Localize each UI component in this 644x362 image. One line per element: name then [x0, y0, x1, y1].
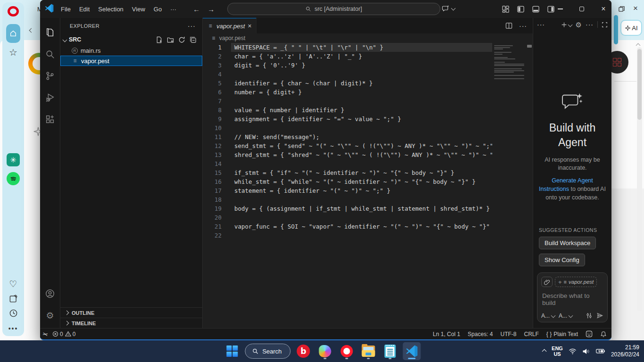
problems-indicator[interactable]: 0 0: [52, 331, 75, 337]
account-icon[interactable]: [40, 283, 60, 304]
command-center-search[interactable]: src [Administrator]: [227, 3, 440, 15]
opera-restore-button[interactable]: [617, 4, 626, 13]
attach-context-button[interactable]: [541, 277, 553, 287]
configure-chat-icon[interactable]: ⚙: [576, 21, 582, 28]
opera-app-icon[interactable]: [338, 342, 356, 360]
customize-layout-icon[interactable]: [502, 6, 509, 13]
notifications-bell-icon[interactable]: [600, 331, 607, 337]
clock[interactable]: 21:59 2026/02/24: [611, 344, 639, 358]
chatgpt-icon[interactable]: ✳: [2, 153, 24, 166]
minimap[interactable]: [492, 43, 526, 328]
maximize-button[interactable]: [571, 0, 593, 18]
pinboard-icon[interactable]: [2, 294, 24, 303]
opera-back-button[interactable]: [30, 25, 33, 34]
send-icon[interactable]: [596, 312, 603, 319]
star-icon[interactable]: ☆: [2, 47, 24, 58]
model-dropdown[interactable]: A...: [559, 313, 572, 319]
copilot-app-icon[interactable]: [316, 342, 334, 360]
panel-title-more-icon[interactable]: ···: [537, 21, 545, 28]
opera-close-button[interactable]: ×: [631, 4, 640, 13]
breadcrumb[interactable]: ≡ vapor.pest: [203, 33, 533, 43]
minimize-button[interactable]: [549, 0, 571, 18]
remote-indicator[interactable]: ><: [43, 331, 47, 337]
agent-mode-dropdown[interactable]: A...: [541, 313, 555, 319]
home-icon[interactable]: [2, 24, 24, 43]
feedback-smiley-icon[interactable]: [586, 330, 593, 337]
eol-sequence[interactable]: CRLF: [524, 331, 538, 337]
taskbar-search[interactable]: Search: [245, 344, 290, 359]
chat-input-placeholder[interactable]: Describe what to build: [542, 292, 603, 306]
heart-icon[interactable]: ♡: [2, 279, 24, 289]
notepad-app-icon[interactable]: [381, 342, 399, 360]
tab-close-icon[interactable]: ×: [248, 22, 252, 30]
chat-input-box[interactable]: + ≡ vapor.pest Describe what to build A.…: [537, 272, 608, 322]
menu-selection[interactable]: Selection: [94, 3, 127, 15]
indentation[interactable]: Spaces: 4: [468, 331, 493, 337]
menu-file[interactable]: File: [57, 3, 75, 15]
search-icon: [305, 6, 311, 12]
outline-section-header[interactable]: OUTLINE: [60, 307, 202, 318]
overview-ruler[interactable]: [526, 43, 533, 328]
refresh-icon[interactable]: [178, 36, 185, 43]
file-explorer-app-icon[interactable]: [360, 342, 378, 360]
chat-more-icon[interactable]: ···: [586, 21, 594, 28]
cursor-position[interactable]: Ln 1, Col 1: [433, 331, 460, 337]
wifi-icon[interactable]: [569, 348, 577, 355]
nav-back-arrow[interactable]: ←: [193, 5, 200, 13]
encoding[interactable]: UTF-8: [500, 331, 516, 337]
extensions-icon[interactable]: [40, 108, 60, 130]
code-area[interactable]: 1WHITESPACE = _{ " " | "\t" | "\r" | "\n…: [203, 43, 533, 328]
search-sidebar-icon[interactable]: [40, 43, 60, 65]
editor-more-icon[interactable]: ···: [519, 22, 527, 30]
aria-ai-button[interactable]: AI: [620, 20, 642, 36]
build-workspace-button[interactable]: Build Workspace: [539, 237, 596, 249]
tab-vapor-pest[interactable]: ≡ vapor.pest ×: [203, 18, 256, 33]
maximize-panel-icon[interactable]: [602, 22, 608, 28]
copilot-chat-button[interactable]: [442, 4, 455, 12]
close-button[interactable]: ×: [593, 0, 611, 18]
show-config-button[interactable]: Show Config: [539, 254, 585, 266]
menu-go[interactable]: Go: [149, 3, 166, 15]
menu-view[interactable]: View: [128, 3, 149, 15]
timeline-section-header[interactable]: TIMELINE: [60, 318, 202, 328]
vscode-app-icon[interactable]: [403, 342, 421, 360]
volume-icon[interactable]: [582, 348, 590, 355]
start-button[interactable]: [223, 342, 241, 360]
history-clock-icon[interactable]: [2, 309, 24, 318]
code-line: 3digit = { '0'..'9' }: [203, 61, 533, 70]
new-folder-icon[interactable]: [167, 36, 174, 43]
toggle-primary-sidebar-icon[interactable]: [517, 6, 524, 13]
file-row-main-rs[interactable]: R main.rs: [60, 45, 202, 56]
opera-logo-icon[interactable]: [2, 6, 24, 16]
explorer-icon[interactable]: [40, 22, 60, 43]
new-file-icon[interactable]: [156, 36, 163, 43]
explorer-more-icon[interactable]: ···: [188, 22, 196, 30]
code-line: 21vapor_func = { SOI ~ "vapor" ~ identif…: [203, 222, 533, 231]
language-indicator[interactable]: ENG US: [552, 346, 563, 357]
opera-scrollbar-thumb[interactable]: [637, 49, 642, 120]
language-mode[interactable]: { } Plain Text: [546, 331, 578, 337]
menu-edit[interactable]: Edit: [75, 3, 94, 15]
tray-expand-icon[interactable]: [542, 349, 547, 354]
status-bar: >< 0 0 Ln 1, Col 1 Spaces: 4 UTF-8 CRLF: [40, 328, 611, 339]
context-file-chip[interactable]: + ≡ vapor.pest: [555, 277, 597, 287]
folder-row-src[interactable]: SRC: [60, 34, 202, 45]
tools-icon[interactable]: [586, 312, 593, 319]
source-control-icon[interactable]: [40, 65, 60, 87]
split-editor-icon[interactable]: [505, 22, 512, 29]
search-icon: [252, 348, 258, 354]
collapse-all-icon[interactable]: [190, 36, 197, 43]
battery-charging-icon[interactable]: [596, 348, 605, 354]
page-divider: [614, 81, 636, 82]
timeline-label: TIMELINE: [72, 321, 96, 326]
toggle-panel-icon[interactable]: [532, 6, 539, 13]
spotify-icon[interactable]: [2, 172, 24, 185]
menu-overflow[interactable]: ···: [166, 3, 181, 15]
nav-forward-arrow[interactable]: →: [207, 5, 215, 13]
run-debug-icon[interactable]: [40, 87, 60, 108]
opera-more-icon[interactable]: •••: [2, 325, 24, 332]
settings-gear-icon[interactable]: ⚙: [40, 304, 60, 326]
file-row-vapor-pest[interactable]: ≡ vapor.pest: [60, 56, 202, 66]
new-chat-button[interactable]: [561, 22, 572, 28]
beats-app-icon[interactable]: b: [295, 342, 313, 360]
